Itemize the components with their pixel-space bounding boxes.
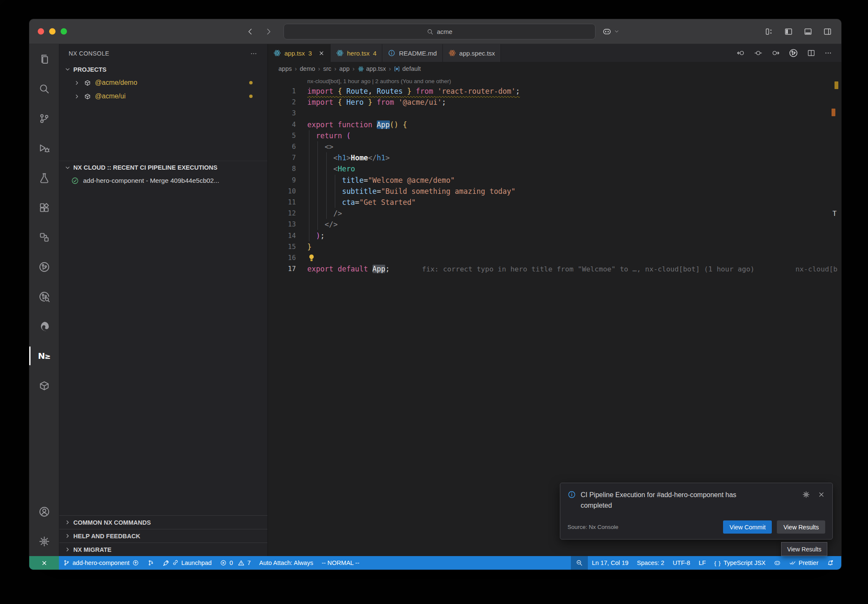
- breadcrumb-item-app[interactable]: app: [339, 65, 350, 72]
- code-line-11[interactable]: 11 cta="Get Started": [268, 197, 841, 208]
- code-line-8[interactable]: 8 <Hero: [268, 163, 841, 174]
- pipeline-execution-item[interactable]: add-hero-component - Merge 409b44e5cb02.…: [59, 174, 267, 187]
- activity-item-testing[interactable]: [29, 163, 59, 193]
- minimize-window-button[interactable]: [49, 28, 56, 35]
- code-line-3[interactable]: 3: [268, 108, 841, 119]
- tab-app.tsx[interactable]: app.tsx3: [268, 44, 331, 62]
- view-commit-button[interactable]: View Commit: [723, 520, 772, 534]
- status-git-graph[interactable]: [143, 556, 159, 570]
- chevron-down-icon: [614, 28, 620, 34]
- code-line-16[interactable]: 16: [268, 252, 841, 263]
- code-line-15[interactable]: 15}: [268, 241, 841, 252]
- line-number: 1: [268, 87, 307, 95]
- copilot-menu[interactable]: [602, 19, 620, 44]
- activity-item-edge-browser[interactable]: [29, 311, 59, 341]
- source-control-icon: [39, 113, 50, 124]
- nx-cloud-section-header[interactable]: NX CLOUD :: RECENT CI PIPELINE EXECUTION…: [59, 161, 267, 174]
- code-line-10[interactable]: 10 subtitle="Build something amazing tod…: [268, 186, 841, 197]
- section-common-nx-commands[interactable]: COMMON NX COMMANDS: [59, 515, 267, 529]
- status-notifications-bell[interactable]: [823, 556, 838, 570]
- lightbulb-icon[interactable]: [307, 254, 316, 262]
- status-copilot-status[interactable]: [770, 556, 785, 570]
- status-problems[interactable]: 07: [216, 556, 255, 570]
- line-number: 2: [268, 98, 307, 106]
- activity-item-extensions[interactable]: [29, 193, 59, 222]
- notification-settings-icon[interactable]: [802, 491, 810, 498]
- code-line-14[interactable]: 14 );: [268, 230, 841, 241]
- workbench: N≥ NX CONSOLE PROJECTS @acme/demo@acme/u…: [29, 44, 841, 556]
- command-center-search[interactable]: acme: [284, 24, 595, 39]
- code-line-17[interactable]: 17export default App;fix: correct typo i…: [268, 263, 841, 274]
- nav-forward-icon[interactable]: [771, 49, 780, 57]
- status-auto-attach[interactable]: Auto Attach: Always: [255, 556, 317, 570]
- activity-item-explorer[interactable]: [29, 44, 59, 74]
- notification-close-icon[interactable]: [818, 491, 825, 498]
- activity-item-search[interactable]: [29, 74, 59, 103]
- activity-item-gitlens-inspect[interactable]: [29, 282, 59, 311]
- code-line-9[interactable]: 9 title="Welcome @acme/demo": [268, 175, 841, 186]
- status-zoom-indicator[interactable]: [571, 556, 588, 570]
- close-window-button[interactable]: [38, 28, 44, 35]
- code-line-7[interactable]: 7 <h1>Home</h1>: [268, 152, 841, 163]
- nav-back-icon[interactable]: [737, 49, 745, 57]
- react-orange-icon: [448, 49, 456, 57]
- code-line-2[interactable]: 2import { Hero } from '@acme/ui';: [268, 97, 841, 108]
- code-line-1[interactable]: 1import { Route, Routes } from 'react-ro…: [268, 86, 841, 97]
- maximize-window-button[interactable]: [61, 28, 67, 35]
- code-line-text: import { Hero } from '@acme/ui';: [307, 98, 446, 106]
- section-label: HELP AND FEEDBACK: [73, 533, 140, 540]
- split-editor-icon[interactable]: [807, 49, 815, 57]
- more-actions-icon[interactable]: [250, 50, 257, 57]
- status-remote-indicator[interactable]: [29, 556, 59, 570]
- toggle-secondary-sidebar-icon[interactable]: [823, 27, 832, 36]
- line-number: 11: [268, 199, 307, 206]
- breadcrumb-item-app.tsx[interactable]: app.tsx: [358, 65, 386, 72]
- activity-item-source-control[interactable]: [29, 103, 59, 133]
- activity-item-gitlens[interactable]: [29, 252, 59, 282]
- activity-item-containers[interactable]: [29, 371, 59, 400]
- status-cursor-position[interactable]: Ln 17, Col 19: [588, 556, 633, 570]
- gitlens-graph-icon[interactable]: [789, 48, 798, 58]
- status-eol[interactable]: LF: [694, 556, 710, 570]
- code-line-6[interactable]: 6 <>: [268, 141, 841, 152]
- nav-current-icon[interactable]: [754, 49, 762, 57]
- toggle-primary-sidebar-icon[interactable]: [784, 27, 793, 36]
- activity-item-run-and-debug[interactable]: [29, 133, 59, 163]
- toggle-panel-icon[interactable]: [804, 27, 812, 36]
- activity-item-accounts[interactable]: [29, 497, 59, 526]
- status-launchpad[interactable]: Launchpad: [159, 556, 216, 570]
- check-circle-icon: [71, 177, 79, 185]
- breadcrumb-item-demo[interactable]: demo: [300, 65, 315, 72]
- breadcrumb-item-default[interactable]: default: [394, 65, 421, 72]
- tab-app.spec.tsx[interactable]: app.spec.tsx: [443, 44, 501, 62]
- forward-arrow-icon[interactable]: [264, 28, 273, 36]
- code-line-13[interactable]: 13 </>: [268, 219, 841, 230]
- activity-item-remote-explorer[interactable]: [29, 222, 59, 252]
- activity-item-settings[interactable]: [29, 526, 59, 556]
- customize-layout-icon[interactable]: [765, 27, 773, 36]
- tab-hero.tsx[interactable]: hero.tsx4: [331, 44, 383, 62]
- view-results-button[interactable]: View Results: [777, 520, 825, 534]
- section-help-and-feedback[interactable]: HELP AND FEEDBACK: [59, 529, 267, 542]
- breadcrumb-item-apps[interactable]: apps: [278, 65, 292, 72]
- code-line-text: );: [307, 232, 325, 240]
- status-encoding[interactable]: UTF-8: [668, 556, 694, 570]
- status-vim-mode[interactable]: -- NORMAL --: [317, 556, 364, 570]
- status-formatter[interactable]: Prettier: [785, 556, 823, 570]
- projects-section-header[interactable]: PROJECTS: [59, 63, 267, 76]
- code-line-12[interactable]: 12 />: [268, 208, 841, 219]
- back-arrow-icon[interactable]: [246, 28, 254, 36]
- tab-README.md[interactable]: README.md: [382, 44, 442, 62]
- code-line-5[interactable]: 5 return (: [268, 130, 841, 141]
- section-nx-migrate[interactable]: NX MIGRATE: [59, 542, 267, 556]
- project-item[interactable]: @acme/ui: [59, 89, 267, 103]
- project-item[interactable]: @acme/demo: [59, 76, 267, 89]
- status-indentation[interactable]: Spaces: 2: [633, 556, 669, 570]
- status-git-branch[interactable]: add-hero-component: [59, 556, 143, 570]
- code-line-4[interactable]: 4export function App() {: [268, 119, 841, 130]
- status-language-mode[interactable]: { }TypeScript JSX: [710, 556, 770, 570]
- more-actions-icon[interactable]: [824, 49, 832, 57]
- code-token: {: [398, 120, 407, 129]
- activity-item-nx-console[interactable]: N≥: [29, 341, 59, 371]
- breadcrumb-item-src[interactable]: src: [323, 65, 331, 72]
